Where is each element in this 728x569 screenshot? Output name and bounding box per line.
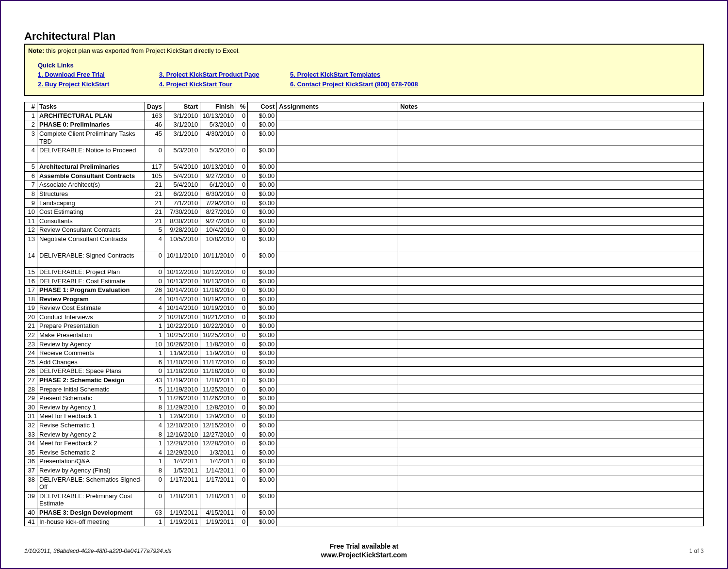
cell-pct: 0 bbox=[236, 226, 248, 235]
cell-assn bbox=[277, 304, 398, 313]
link-tour[interactable]: 4. Project KickStart Tour bbox=[159, 80, 285, 89]
cell-fin: 1/19/2011 bbox=[200, 517, 236, 526]
cell-fin: 9/27/2010 bbox=[200, 216, 236, 226]
cell-task-cell: Review by Agency 2 bbox=[37, 430, 145, 439]
cell-num: 3 bbox=[25, 129, 37, 146]
cell-days: 4 bbox=[145, 234, 164, 251]
cell-days: 26 bbox=[145, 286, 164, 295]
table-row: 26DELIVERABLE: Space Plans011/18/201011/… bbox=[25, 367, 704, 376]
cell-pct: 0 bbox=[236, 439, 248, 448]
cell-fin: 1/3/2011 bbox=[200, 448, 236, 457]
cell-days: 4 bbox=[145, 304, 164, 313]
cell-notes bbox=[398, 208, 704, 217]
cell-start: 1/18/2011 bbox=[164, 491, 200, 508]
cell-start: 11/18/2010 bbox=[164, 367, 200, 376]
link-templates[interactable]: 5. Project KickStart Templates bbox=[290, 70, 455, 79]
cell-num: 21 bbox=[25, 322, 37, 331]
table-row: 27PHASE 2: Schematic Design4311/19/20101… bbox=[25, 376, 704, 385]
cell-task-cell: DELIVERABLE: Signed Contracts bbox=[37, 251, 145, 267]
cell-num: 8 bbox=[25, 189, 37, 198]
cell-num: 41 bbox=[25, 517, 37, 526]
cell-pct: 0 bbox=[236, 163, 248, 172]
table-row: 37Review by Agency (Final)81/5/20111/14/… bbox=[25, 466, 704, 475]
cell-days: 21 bbox=[145, 216, 164, 226]
cell-notes bbox=[398, 198, 704, 208]
cell-num: 34 bbox=[25, 439, 37, 448]
link-download-free-trial[interactable]: 1. Download Free Trial bbox=[38, 70, 154, 79]
cell-task-cell: DELIVERABLE: Schematics Signed-Off bbox=[37, 475, 145, 491]
cell-cost: $0.00 bbox=[248, 276, 277, 286]
cell-notes bbox=[398, 412, 704, 421]
cell-num: 19 bbox=[25, 304, 37, 313]
cell-pct: 0 bbox=[236, 394, 248, 403]
cell-pct: 0 bbox=[236, 208, 248, 217]
cell-start: 8/30/2010 bbox=[164, 216, 200, 226]
cell-cost: $0.00 bbox=[248, 517, 277, 526]
cell-start: 11/19/2010 bbox=[164, 376, 200, 385]
cell-days: 117 bbox=[145, 163, 164, 172]
cell-task-cell: Prepare Initial Schematic bbox=[37, 385, 145, 394]
cell-days: 0 bbox=[145, 475, 164, 491]
cell-fin: 10/21/2010 bbox=[200, 312, 236, 322]
cell-task-cell: Review by Agency 1 bbox=[37, 403, 145, 412]
cell-task-cell: Cost Estimating bbox=[37, 208, 145, 217]
cell-assn bbox=[277, 385, 398, 394]
cell-pct: 0 bbox=[236, 430, 248, 439]
cell-days: 5 bbox=[145, 385, 164, 394]
cell-num: 10 bbox=[25, 208, 37, 217]
cell-pct: 0 bbox=[236, 517, 248, 526]
table-row: 14DELIVERABLE: Signed Contracts010/11/20… bbox=[25, 251, 704, 267]
cell-cost: $0.00 bbox=[248, 304, 277, 313]
cell-num: 1 bbox=[25, 111, 37, 120]
link-buy[interactable]: 2. Buy Project KickStart bbox=[38, 80, 154, 89]
cell-task-cell: DELIVERABLE: Preliminary Cost Estimate bbox=[37, 491, 145, 508]
cell-pct: 0 bbox=[236, 111, 248, 120]
cell-task-cell: Structures bbox=[37, 189, 145, 198]
cell-start: 1/19/2011 bbox=[164, 508, 200, 517]
cell-cost: $0.00 bbox=[248, 286, 277, 295]
cell-fin: 11/18/2010 bbox=[200, 367, 236, 376]
cell-task-cell: DELIVERABLE: Project Plan bbox=[37, 267, 145, 276]
note-line: Note: this project plan was exported fro… bbox=[28, 47, 700, 55]
link-contact[interactable]: 6. Contact Project KickStart (800) 678-7… bbox=[290, 80, 455, 89]
cell-start: 10/5/2010 bbox=[164, 234, 200, 251]
cell-notes bbox=[398, 466, 704, 475]
cell-fin: 10/25/2010 bbox=[200, 331, 236, 340]
cell-assn bbox=[277, 234, 398, 251]
cell-task-cell: Meet for Feedback 2 bbox=[37, 439, 145, 448]
cell-pct: 0 bbox=[236, 385, 248, 394]
table-row: 34Meet for Feedback 2112/28/201012/28/20… bbox=[25, 439, 704, 448]
cell-days: 0 bbox=[145, 251, 164, 267]
cell-pct: 0 bbox=[236, 216, 248, 226]
table-row: 12Review Consultant Contracts59/28/20101… bbox=[25, 226, 704, 235]
cell-days: 21 bbox=[145, 189, 164, 198]
cell-start: 11/26/2010 bbox=[164, 394, 200, 403]
cell-days: 1 bbox=[145, 517, 164, 526]
cell-assn bbox=[277, 358, 398, 367]
cell-cost: $0.00 bbox=[248, 129, 277, 146]
cell-task-cell: In-house kick-off meeting bbox=[37, 517, 145, 526]
col-assign-header: Assignments bbox=[277, 102, 398, 112]
cell-pct: 0 bbox=[236, 198, 248, 208]
footer-filename: 1/10/2011, 36abdacd-402e-48f0-a220-0e041… bbox=[24, 548, 321, 554]
cell-start: 10/13/2010 bbox=[164, 276, 200, 286]
cell-notes bbox=[398, 385, 704, 394]
quick-links-grid: 1. Download Free Trial 3. Project KickSt… bbox=[28, 70, 700, 88]
cell-assn bbox=[277, 457, 398, 466]
cell-days: 4 bbox=[145, 448, 164, 457]
cell-num: 28 bbox=[25, 385, 37, 394]
cell-start: 1/19/2011 bbox=[164, 517, 200, 526]
cell-assn bbox=[277, 430, 398, 439]
cell-num: 24 bbox=[25, 349, 37, 358]
cell-start: 12/28/2010 bbox=[164, 439, 200, 448]
cell-start: 11/19/2010 bbox=[164, 385, 200, 394]
cell-fin: 1/18/2011 bbox=[200, 491, 236, 508]
cell-days: 105 bbox=[145, 171, 164, 180]
cell-notes bbox=[398, 120, 704, 130]
table-row: 5Architectural Preliminaries1175/4/20101… bbox=[25, 163, 704, 172]
link-product-page[interactable]: 3. Project KickStart Product Page bbox=[159, 70, 285, 79]
cell-task-cell: DELIVERABLE: Notice to Proceed bbox=[37, 146, 145, 163]
cell-assn bbox=[277, 180, 398, 190]
cell-cost: $0.00 bbox=[248, 208, 277, 217]
cell-start: 11/9/2010 bbox=[164, 349, 200, 358]
